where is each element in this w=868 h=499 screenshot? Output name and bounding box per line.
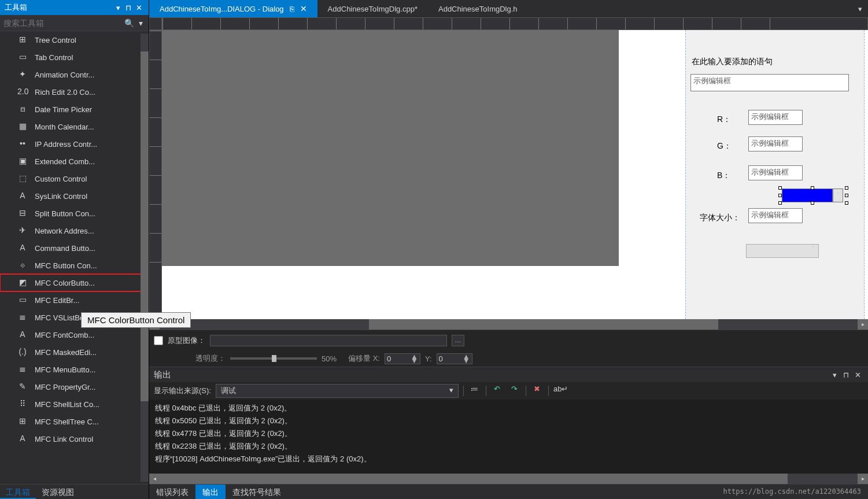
main-edit[interactable]: 示例编辑框 <box>690 74 849 91</box>
search-dropdown-icon[interactable]: ▾ <box>136 19 145 28</box>
tool-label: Custom Control <box>35 175 87 183</box>
doc-tab[interactable]: AddChineseToImg...DIALOG - Dialog⎘✕ <box>149 0 317 17</box>
doc-tab[interactable]: AddChineseToImgDlg.cpp* <box>317 0 428 17</box>
toolbox-item[interactable]: ACommand Butto... <box>0 239 149 257</box>
toolbox-item[interactable]: ⊞MFC ShellTree C... <box>0 413 149 430</box>
design-canvas[interactable]: 在此输入要添加的语句 示例编辑框 R： 示例编辑框 G： 示例编辑框 B： 示例… <box>162 30 868 319</box>
tool-icon: ⬚ <box>17 173 28 184</box>
tool-icon: ⊞ <box>17 35 28 45</box>
clear-icon[interactable]: ✖ <box>531 385 544 397</box>
b-edit[interactable]: 示例编辑框 <box>748 165 803 180</box>
tool-label: Rich Edit 2.0 Co... <box>35 88 95 97</box>
font-edit[interactable]: 示例编辑框 <box>748 208 803 223</box>
tool-icon: 2.0 <box>17 87 28 97</box>
toolbox-item[interactable]: ⊞Tree Control <box>0 31 149 49</box>
toolbox-item[interactable]: (.)MFC MaskedEdi... <box>0 343 149 361</box>
prev-icon[interactable]: ↶ <box>491 385 504 397</box>
output-line: 线程 0x4bbc 已退出，返回值为 2 (0x2)。 <box>155 402 862 415</box>
tool-icon: ✎ <box>17 382 28 392</box>
toolbox-item[interactable]: 2.0Rich Edit 2.0 Co... <box>0 83 149 101</box>
toolbox-item[interactable]: ✈Network Addres... <box>0 222 149 239</box>
tool-label: MFC Button Con... <box>35 261 97 270</box>
tool-label: MFC Link Control <box>35 435 93 443</box>
output-line: 程序“[10028] AddChineseToImg.exe”已退出，返回值为 … <box>155 453 862 465</box>
output-pin-icon[interactable]: ⊓ <box>840 371 852 379</box>
toolbox-item[interactable]: ASysLink Control <box>0 187 149 205</box>
tool-label: Tree Control <box>35 36 76 45</box>
toolbox-sidebar: 工具箱 ▾ ⊓ ✕ 🔍 ▾ ⊞Tree Control▭Tab Control✦… <box>0 0 149 499</box>
toolbox-item[interactable]: ⠿MFC ShellList Co... <box>0 395 149 413</box>
search-input[interactable] <box>3 19 122 28</box>
proto-path-field[interactable] <box>210 335 447 346</box>
proto-checkbox[interactable] <box>154 336 163 345</box>
pin-icon[interactable]: ⊓ <box>123 3 134 12</box>
output-hscroll[interactable]: ◂▸ <box>149 474 868 484</box>
dropdown-icon[interactable]: ▾ <box>113 3 123 12</box>
next-icon[interactable]: ↷ <box>508 385 521 397</box>
output-line: 线程 0x4778 已退出，返回值为 2 (0x2)。 <box>155 427 862 440</box>
toolbox-item[interactable]: ✦Animation Contr... <box>0 66 149 83</box>
tool-icon: (.) <box>17 347 28 357</box>
doc-tab[interactable]: AddChineseToImgDlg.h <box>428 0 528 17</box>
r-label: R： <box>717 114 731 125</box>
output-line: 线程 0x5050 已退出，返回值为 2 (0x2)。 <box>155 415 862 427</box>
browse-button[interactable]: ... <box>452 335 464 346</box>
bottom-tab[interactable]: 错误列表 <box>149 485 195 499</box>
wrap-icon[interactable]: ab↵ <box>553 385 566 397</box>
close-icon[interactable]: ✕ <box>300 4 307 13</box>
search-icon[interactable]: 🔍 <box>122 19 136 28</box>
g-edit[interactable]: 示例编辑框 <box>748 136 803 151</box>
ruler-corner <box>149 17 162 30</box>
toolbox-scrollbar[interactable] <box>141 34 149 482</box>
find-icon[interactable]: ≔ <box>468 385 481 397</box>
toolbox-item[interactable]: ◩MFC ColorButto... <box>0 274 149 291</box>
font-label: 字体大小： <box>700 213 740 223</box>
tool-label: Extended Comb... <box>35 157 95 166</box>
output-text[interactable]: 线程 0x4bbc 已退出，返回值为 2 (0x2)。线程 0x5050 已退出… <box>149 400 868 474</box>
output-source-select[interactable]: 调试▾ <box>216 384 459 398</box>
toolbox-item[interactable]: AMFC Link Control <box>0 430 149 448</box>
r-edit[interactable]: 示例编辑框 <box>748 110 803 125</box>
output-panel: 输出 ▾ ⊓ ✕ 显示输出来源(S): 调试▾ ≔ ↶ ↷ ✖ ab↵ 线程 0… <box>149 367 868 484</box>
sidebar-tab[interactable]: 工具箱 <box>0 485 36 499</box>
offx-label: 偏移量 X: <box>348 353 380 364</box>
designer-hscroll[interactable]: ◂ ▸ <box>149 319 868 330</box>
toolbox-item[interactable]: ▭MFC EditBr... <box>0 291 149 309</box>
toolbox-item[interactable]: ▦Month Calendar... <box>0 118 149 135</box>
output-close-icon[interactable]: ✕ <box>852 371 863 379</box>
tool-icon: •• <box>17 139 28 149</box>
proto-image-bar: 原型图像： ... <box>149 330 868 350</box>
toolbox-item[interactable]: ⧈Date Time Picker <box>0 101 149 118</box>
toolbox-item[interactable]: AMFC FontComb... <box>0 326 149 343</box>
toolbox-item[interactable]: ✎MFC PropertyGr... <box>0 378 149 395</box>
toolbox-item[interactable]: ▭Tab Control <box>0 49 149 66</box>
opacity-label: 透明度： <box>195 353 226 364</box>
opacity-slider[interactable] <box>230 357 317 360</box>
opacity-percent: 50% <box>322 354 337 363</box>
toolbox-item[interactable]: ••IP Address Contr... <box>0 135 149 153</box>
overflow-icon[interactable]: ▾ <box>858 5 862 13</box>
toolbox-item[interactable]: ▣Extended Comb... <box>0 153 149 170</box>
vertical-ruler <box>149 30 162 319</box>
tool-icon: ≣ <box>17 364 28 375</box>
color-dropdown-icon[interactable]: ˅ <box>833 188 843 202</box>
toolbox-item[interactable]: ⊟Split Button Con... <box>0 205 149 222</box>
bottom-tab[interactable]: 查找符号结果 <box>226 485 288 499</box>
close-icon[interactable]: ✕ <box>134 3 144 12</box>
pin-icon[interactable]: ⎘ <box>290 5 294 13</box>
offx-field[interactable]: 0▲▼ <box>385 353 420 364</box>
toolbox-search[interactable]: 🔍 ▾ <box>0 15 149 31</box>
bottom-tab[interactable]: 输出 <box>195 485 226 499</box>
tool-icon: ⊟ <box>17 208 28 219</box>
tool-label: MFC MaskedEdi... <box>35 348 97 357</box>
combo-box[interactable]: ˅ <box>746 244 819 258</box>
tool-label: Tab Control <box>35 53 73 62</box>
toolbox-item[interactable]: ⟐MFC Button Con... <box>0 257 149 274</box>
sidebar-tab[interactable]: 资源视图 <box>36 485 80 499</box>
toolbox-item[interactable]: ≣MFC MenuButto... <box>0 361 149 378</box>
scroll-right-icon[interactable]: ▸ <box>858 319 868 330</box>
toolbox-item[interactable]: ⬚Custom Control <box>0 170 149 187</box>
mfc-color-button[interactable] <box>782 188 833 202</box>
output-dropdown-icon[interactable]: ▾ <box>829 371 840 379</box>
offy-field[interactable]: 0▲▼ <box>437 353 472 364</box>
